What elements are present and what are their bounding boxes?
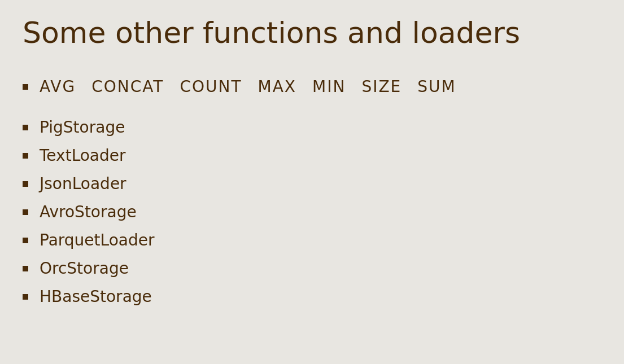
list-item: OrcStorage — [23, 257, 601, 280]
loader-label: AvroStorage — [40, 200, 137, 224]
bullet-icon — [23, 294, 28, 300]
page-title: Some other functions and loaders — [23, 17, 601, 49]
functions-list: AVG CONCAT COUNT MAX MIN SIZE SUM — [23, 77, 601, 96]
function-sum: SUM — [417, 77, 456, 96]
list-item: TextLoader — [23, 144, 601, 168]
loader-label: JsonLoader — [40, 172, 126, 196]
function-max: MAX — [258, 77, 297, 96]
loader-label: TextLoader — [40, 144, 126, 168]
function-avg: AVG — [40, 77, 76, 96]
bullet-icon — [23, 84, 28, 90]
function-min: MIN — [312, 77, 346, 96]
loader-label: ParquetLoader — [40, 229, 154, 252]
loaders-list: PigStorage TextLoader JsonLoader AvroSto… — [23, 116, 601, 309]
bullet-icon — [23, 209, 28, 215]
list-item: ParquetLoader — [23, 229, 601, 252]
list-item: AvroStorage — [23, 200, 601, 224]
functions-inline: AVG CONCAT COUNT MAX MIN SIZE SUM — [40, 77, 456, 96]
list-item: PigStorage — [23, 116, 601, 139]
function-concat: CONCAT — [91, 77, 164, 96]
bullet-icon — [23, 181, 28, 187]
bullet-icon — [23, 153, 28, 159]
loader-label: HBaseStorage — [40, 285, 152, 309]
function-count: COUNT — [180, 77, 242, 96]
bullet-icon — [23, 266, 28, 271]
loader-label: OrcStorage — [40, 257, 129, 280]
list-item: JsonLoader — [23, 172, 601, 196]
function-size: SIZE — [361, 77, 402, 96]
list-item: HBaseStorage — [23, 285, 601, 309]
bullet-icon — [23, 238, 28, 243]
bullet-icon — [23, 125, 28, 130]
functions-list-item: AVG CONCAT COUNT MAX MIN SIZE SUM — [23, 77, 601, 96]
loader-label: PigStorage — [40, 116, 125, 139]
page-container: Some other functions and loaders AVG CON… — [0, 0, 624, 330]
